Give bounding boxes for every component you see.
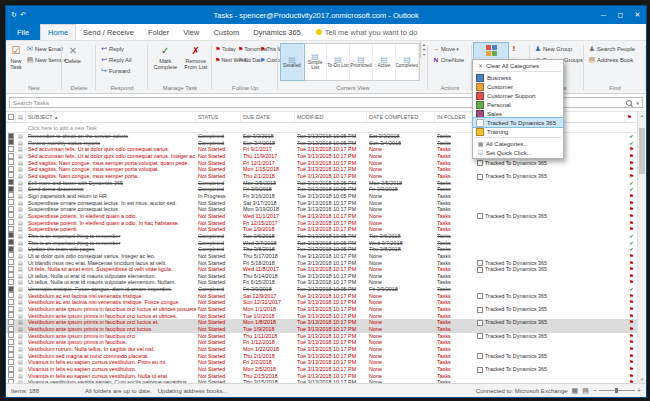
reply-button[interactable]: ↩Reply [98,43,134,54]
table-row[interactable]: ▤Venenatis tristique. Fusce congue, diam… [6,286,638,293]
gallery-scrollbar[interactable]: ▲ ▼ ▾ [420,41,427,58]
menu-item-sales[interactable]: Sales [473,109,563,118]
table-row[interactable]: ▤Vestibulum ante ipsum primis in faucibu… [6,333,638,340]
delete-button[interactable]: ✕ Delete [64,43,82,65]
header-due-date[interactable]: DUE DATE [241,112,295,122]
view-completed[interactable]: ▤Completed [396,44,419,80]
search-scope-chevron-icon[interactable]: ▾ [636,100,639,106]
maximize-button[interactable]: ◻ [612,6,629,24]
view-simple-list[interactable]: ▤Simple List [304,44,327,80]
scroll-down-icon[interactable]: ▼ [638,376,646,383]
normal-view-button[interactable]: ▦ [572,387,579,395]
address-book-button[interactable]: ▤Address Book [586,54,637,65]
row-complete-checkbox[interactable] [6,379,16,383]
table-row[interactable]: ▤Update the team wiki pagesCompletedThu … [6,246,638,253]
table-row[interactable]: ▤Ut tellus. Nulla ut erat id mauris vulp… [6,273,638,280]
move-button[interactable]: →Move▾ [430,43,466,54]
follow-up-tomorrow-button[interactable]: ⚑Tomorrow [237,43,259,54]
reading-view-button[interactable]: ▤ [582,387,589,395]
table-row[interactable]: ▤Suspendisse ornare consequat lectus. In… [6,200,638,207]
minimize-button[interactable]: ─ [595,6,612,24]
header-subject[interactable]: SUBJECT ▴ [26,112,196,122]
table-row[interactable]: ▤Sign paperwork and return to HRIn Progr… [6,193,638,200]
tab-view[interactable]: View [176,24,206,40]
menu-item-customer[interactable]: Customer [473,82,563,91]
menu-item-business[interactable]: Business [473,73,563,82]
table-row[interactable]: ▤Sed sagittis. Nam congue, risus semper … [6,173,638,180]
menu-item-clear-all-categories[interactable]: ✕ Clear All Categories [473,61,563,70]
header-item-icon[interactable]: ▤ [16,112,26,122]
tab-folder[interactable]: Folder [141,24,176,40]
table-row[interactable]: ▤This is an important thing to rememberC… [6,240,638,247]
table-row[interactable]: ▤Vestibulum ante ipsum primis in faucibu… [6,319,638,326]
table-row[interactable]: ▤Vivamus vestibulum sagittis sapien. Cum… [6,379,638,383]
menu-item-customer-support[interactable]: Customer Support [473,91,563,100]
header-modified[interactable]: MODIFIED [295,112,367,122]
tab-dynamics-365[interactable]: Dynamics 365 [246,24,308,40]
follow-up-today-button[interactable]: ⚑Today [214,43,237,54]
table-row[interactable]: ▤Vestibulum ante ipsum primis in faucibu… [6,339,638,346]
remove-from-list-button[interactable]: ✗ Remove From List [181,43,212,71]
follow-up-this-week-button[interactable]: ⚑This Week [259,43,280,54]
menu-item-personal[interactable]: Personal [473,100,563,109]
reply-all-button[interactable]: ↩Reply All [98,54,134,65]
mark-complete-button[interactable]: ✓ Mark Complete [150,43,181,71]
table-row[interactable]: ▤Vivamus in felis eu sapien cursus vesti… [6,359,638,366]
view-active[interactable]: ▤Active [373,44,396,80]
new-group-button[interactable]: ♟New Group [532,43,585,54]
table-row[interactable]: ▤Send demo documentsCompletedFri 3/9/201… [6,186,638,193]
table-row[interactable]: ▤Ut at dolor quis odio consequat varius.… [6,253,638,260]
zoom-slider-thumb[interactable] [615,388,618,393]
follow-up-custom-button[interactable]: ⚑Custom [259,54,280,65]
header-date-completed[interactable]: DATE COMPLETED [367,112,435,122]
zoom-out-button[interactable]: − [593,387,597,394]
qat-customize-icon[interactable]: ▾ [30,12,33,18]
table-row[interactable]: ▤This is an important thing to rememberC… [6,233,638,240]
scroll-up-icon[interactable]: ▲ [638,112,646,119]
tab-home[interactable]: Home [40,24,76,40]
table-row[interactable]: ▤Vestibulum ante ipsum primis in faucibu… [6,313,638,320]
table-row[interactable]: ▤Ut blandit risus nec erat. Maecenas tin… [6,259,638,266]
tab-send-receive[interactable]: Send / Receive [76,24,141,40]
header-status[interactable]: STATUS [196,112,241,122]
table-row[interactable]: ▤Vestibulum ante ipsum primis in faucibu… [6,326,638,333]
table-row[interactable]: ▤Suspendisse potenti.Not StartedTue 1/9/… [6,226,638,233]
zoom-slider[interactable] [599,390,635,391]
menu-item-tracked-to-dynamics-365[interactable]: Tracked To Dynamics 365 [473,118,563,127]
onenote-button[interactable]: NOneNote [430,54,466,65]
send-receive-icon[interactable]: ↻ [11,11,17,19]
follow-up-no-date-button[interactable]: ⚑No Date [237,54,259,65]
table-row[interactable]: ▤Sed sagittis. Nam congue, risus semper … [6,160,638,167]
tab-custom[interactable]: Custom [206,24,246,40]
scrollbar-thumb[interactable] [639,128,645,174]
high-importance-button[interactable]: ! [508,43,521,54]
table-row[interactable]: ▤Ut felis. Nulla sit amet enim. Suspendi… [6,266,638,273]
table-row[interactable]: ▤Vestibulum sed magna at nunc commodo pl… [6,353,638,360]
menu-item-set-quick-click[interactable]: ☑ Set Quick Click... [473,148,563,157]
menu-item-all-categories[interactable]: ▦ All Categories... [473,139,563,148]
zoom-in-button[interactable]: + [637,387,641,394]
tab-file[interactable]: File [6,24,40,40]
table-row[interactable]: ▤Vivamus in felis eu sapien cursus vesti… [6,373,638,380]
table-row[interactable]: ▤Suspendisse potenti. In eleifend quam a… [6,220,638,227]
view-detailed[interactable]: ▤Detailed [281,44,304,80]
table-row[interactable]: ▤Ut tellus. Nulla ut erat id mauris vulp… [6,279,638,286]
table-row[interactable]: ▤Suspendisse potenti. In eleifend quam a… [6,213,638,220]
table-row[interactable]: ▤Sell more and faster with Dynamics 365C… [6,180,638,187]
table-row[interactable]: ▤Vestibulum ac est lacinia nisi venenati… [6,299,638,306]
menu-item-training[interactable]: Training [473,127,563,136]
new-task-button[interactable]: ☑ New Task [8,43,24,71]
close-button[interactable]: ✕ [629,6,646,24]
table-row[interactable]: ▤Suspendisse ornare consequat lectus.Not… [6,206,638,213]
table-row[interactable]: ▤Vivamus in felis eu sapien cursus vesti… [6,366,638,373]
search-people-button[interactable]: ♟Search People [586,43,637,54]
header-complete-checkbox[interactable] [6,112,16,122]
vertical-scrollbar[interactable]: ▲ ▼ [637,112,646,383]
view-prioritized[interactable]: ▤Prioritized [350,44,373,80]
table-row[interactable]: ▤Vestibulum ac est lacinia nisi venenati… [6,293,638,300]
follow-up-next-week-button[interactable]: ⚑Next Week [214,54,237,65]
table-row[interactable]: ▤Sed sagittis. Nam congue, risus semper … [6,166,638,173]
forward-button[interactable]: ↪Forward [98,65,134,76]
header-in-folder[interactable]: IN FOLDER [435,112,475,122]
table-row[interactable]: ▤Vestibulum ante ipsum primis in faucibu… [6,306,638,313]
